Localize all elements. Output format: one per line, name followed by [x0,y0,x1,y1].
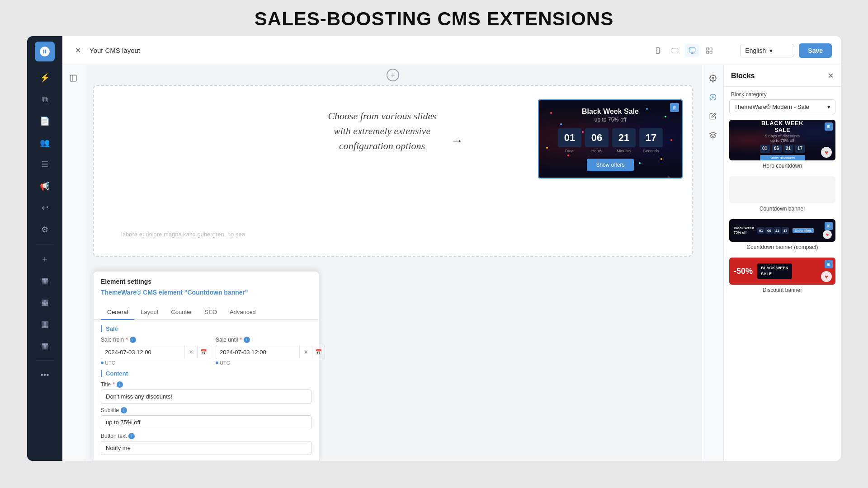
tab-general[interactable]: General [101,305,134,320]
sale-until-clear[interactable]: ✕ [299,345,312,359]
block-category-value: ThemeWare® Modern - Sale [734,103,809,110]
sale-until-calendar[interactable]: 📅 [312,345,325,359]
sale-until-group: Sale until * i ✕ 📅 [216,337,325,366]
layout-icon[interactable] [66,70,81,86]
sidebar-logo[interactable] [35,42,55,61]
block-category-select[interactable]: ThemeWare® Modern - Sale ▾ [729,99,835,114]
settings-tabs: General Layout Counter SEO Advanced [94,305,319,320]
title-info-icon[interactable]: i [117,381,123,388]
countdown-numbers: 01 Days 06 Hours 21 Minutes [548,128,673,153]
sidebar-item-announcements[interactable]: 📢 [35,176,55,196]
title-input[interactable] [101,389,311,404]
compact-heart-icon[interactable]: ♥ [823,230,832,239]
main-container: ⚡ ⧉ 📄 👥 ☰ 📢 ↩ ⚙ ＋ ▦ ▦ ▦ ▦ ••• ✕ Your CMS… [0,36,868,461]
hero-thumbnail: BLACK WEEK SALE 5 days of discounts up t… [729,120,835,160]
count-hours-value: 06 [585,128,609,147]
edit-tool-btn[interactable] [705,108,721,124]
blocks-close-button[interactable]: ✕ [828,71,834,80]
hero-heart-icon[interactable]: ♥ [821,147,832,158]
sale-from-info-icon[interactable]: i [130,337,136,343]
subtitle-field-group: Subtitle i [101,407,311,429]
sale-from-input[interactable] [101,346,184,358]
sidebar-item-settings[interactable]: ⚙ [35,220,55,239]
sidebar-item-users[interactable]: 👥 [35,133,55,153]
discount-heart-icon[interactable]: ♥ [821,271,832,282]
settings-header: Element settings ThemeWare® CMS element … [94,272,319,305]
banner-subtitle: up to 75% off [548,117,673,123]
count-seconds-label: Seconds [643,149,659,153]
hero-thumb-subtitle2: up to 75% off [760,138,805,143]
sidebar-item-grid2[interactable]: ▦ [35,292,55,312]
svg-rect-0 [656,47,660,53]
sidebar-item-dashboard[interactable]: ⚡ [35,68,55,88]
sidebar-item-layers[interactable]: ⧉ [35,89,55,109]
title-required: * [113,381,115,388]
sidebar-item-menu[interactable]: ☰ [35,155,55,174]
settings-tool-btn[interactable] [705,70,721,86]
sale-from-calendar[interactable]: 📅 [197,345,210,359]
button-text-input[interactable] [101,441,311,455]
content-section: Content Title * i [101,370,311,455]
countdown-block-name: Countdown banner [729,206,835,213]
compact-num-m: 21 [774,227,781,234]
tab-layout[interactable]: Layout [134,305,165,320]
hero-thumb-title1: BLACK WEEK [760,120,805,127]
close-button[interactable]: ✕ [71,44,84,57]
subtitle-input[interactable] [101,415,311,429]
right-tools [702,65,723,461]
sidebar-item-more[interactable]: ••• [35,365,55,385]
button-text-field-group: Button text i [101,433,311,455]
language-select[interactable]: English ▾ [740,44,794,57]
canvas-body-text: labore et dolore magna kasd gubergren, n… [121,231,637,238]
blocks-panel: Blocks ✕ Block category ThemeWare® Moder… [723,65,841,461]
device-mobile[interactable] [651,44,665,57]
sale-from-input-wrap: ✕ 📅 [101,345,210,359]
show-offers-button[interactable]: Show offers [587,159,633,171]
sidebar-item-grid1[interactable]: ▦ [35,271,55,291]
add-tool-btn[interactable] [705,89,721,105]
tab-seo[interactable]: SEO [198,305,223,320]
countdown-banner-inner: ⊞ Black Week Sale up to 75% off 01 Days … [539,100,682,178]
block-category-label: Block category [724,87,841,99]
layers-tool-btn[interactable] [705,127,721,143]
button-text-info-icon[interactable]: i [128,433,135,439]
utc-dot [101,361,104,364]
hero-num-h: 06 [772,145,782,153]
left-tools [62,65,84,461]
tab-counter[interactable]: Counter [165,305,198,320]
svg-point-11 [712,77,714,79]
block-item-compact[interactable]: Black Week75% off 01 06 21 17 Show offer… [729,219,835,251]
sidebar-item-returns[interactable]: ↩ [35,198,55,218]
compact-thumbnail: Black Week75% off 01 06 21 17 Show offer… [729,219,835,242]
sidebar: ⚡ ⧉ 📄 👥 ☰ 📢 ↩ ⚙ ＋ ▦ ▦ ▦ ▦ ••• [27,36,62,461]
block-item-discount[interactable]: -50% BLACK WEEKSALE ⊞ ♥ Discount banner [729,258,835,294]
device-tablet[interactable] [668,44,682,57]
sidebar-item-add[interactable]: ＋ [35,249,55,269]
block-item-hero[interactable]: BLACK WEEK SALE 5 days of discounts up t… [729,120,835,170]
discount-percent: -50% [734,267,753,276]
sale-dates-row: Sale from * i ✕ 📅 [101,337,311,366]
sale-from-required: * [126,337,128,343]
add-section-button[interactable]: ＋ [387,69,399,81]
count-hours: 06 Hours [585,128,609,153]
count-days-value: 01 [558,128,581,147]
topbar-right: English ▾ Save [740,43,832,58]
device-list[interactable] [702,44,717,57]
sale-from-clear[interactable]: ✕ [184,345,197,359]
handwritten-annotation: Choose from various slideswith extremely… [328,108,436,153]
device-desktop[interactable] [685,44,699,57]
sidebar-item-grid4[interactable]: ▦ [35,336,55,356]
tab-advanced[interactable]: Advanced [223,305,262,320]
sale-until-input[interactable] [216,346,299,358]
sale-until-info-icon[interactable]: i [244,337,250,343]
hero-corner-icon: ⊞ [825,122,833,131]
hero-num-m: 21 [783,145,793,153]
subtitle-info-icon[interactable]: i [121,407,127,413]
svg-rect-6 [710,48,712,50]
block-item-countdown[interactable]: Countdown banner [729,176,835,213]
save-button[interactable]: Save [799,43,832,58]
sidebar-item-grid3[interactable]: ▦ [35,314,55,334]
sidebar-item-pages[interactable]: 📄 [35,111,55,131]
discount-thumb-inner: -50% BLACK WEEKSALE [729,258,835,285]
sidebar-divider [36,244,54,244]
